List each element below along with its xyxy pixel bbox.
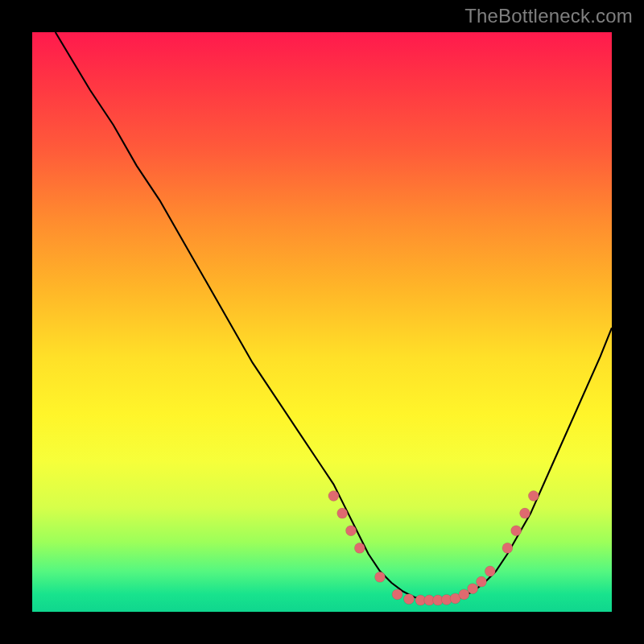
highlight-dot <box>528 491 539 502</box>
highlight-dot <box>346 526 357 536</box>
highlight-dot <box>477 576 487 587</box>
highlight-dot <box>511 526 522 536</box>
highlight-dot <box>404 594 415 605</box>
highlight-dot <box>468 584 478 594</box>
highlight-dot <box>485 566 495 576</box>
highlight-dot <box>502 543 513 553</box>
highlight-dot <box>392 589 402 600</box>
highlight-dots <box>328 491 539 606</box>
plot-area <box>32 32 612 612</box>
highlight-dot <box>328 491 339 502</box>
highlight-dot <box>375 572 386 582</box>
chart-frame: TheBottleneck.com <box>0 0 644 644</box>
watermark-text: TheBottleneck.com <box>464 5 633 27</box>
highlight-dot <box>520 508 530 518</box>
plot-svg <box>32 32 612 612</box>
highlight-dot <box>337 508 348 518</box>
highlight-dot <box>354 543 365 553</box>
